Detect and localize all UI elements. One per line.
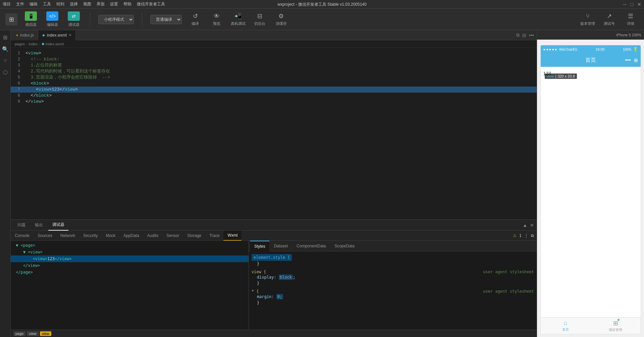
version-button[interactable]: ⑂ 版本管理: [580, 13, 596, 26]
phone-content: 123 view | 320 x 20.8: [541, 67, 641, 317]
phone-container: ●●●●● WeChat4G 19:00 100% 🔋 首页 ••• ⊕ 12: [537, 40, 644, 337]
menu-item-help[interactable]: 帮助: [123, 1, 131, 7]
tab-index-js[interactable]: ● index.js: [12, 30, 38, 40]
warning-icon: ⚠: [513, 233, 517, 238]
nav-tab-mock[interactable]: Mock: [102, 231, 119, 241]
tree-view-close[interactable]: </view>: [11, 262, 249, 269]
menu-bar: 项目 文件 编辑 工具 转到 选择 视图 界面 设置 帮助 微信开发者工具 wx…: [0, 0, 644, 9]
elem-tag-view-active[interactable]: view: [40, 331, 51, 336]
simulator-button[interactable]: 📱 模拟器: [23, 11, 39, 27]
code-line-7: 7 <view>123</view>: [11, 87, 537, 93]
bottom-panel: 问题 输出 调试器 ▲ ✕ Console Sources Network Se…: [11, 220, 537, 337]
nav-tab-sources[interactable]: Sources: [34, 231, 56, 241]
breadcrumb-index[interactable]: index: [29, 42, 38, 46]
preview-button[interactable]: 👁 预览: [209, 13, 225, 26]
logo-button[interactable]: ⊞: [5, 13, 17, 26]
menu-item-edit[interactable]: 编辑: [30, 1, 38, 7]
bottom-tab-debugger[interactable]: 调试器: [48, 220, 68, 231]
elem-tag-page[interactable]: page: [13, 331, 25, 336]
nav-tab-audits[interactable]: Audits: [143, 231, 162, 241]
compile-button[interactable]: ↺ 编译: [187, 12, 203, 26]
real-debug-button[interactable]: 📲 真机调试: [230, 12, 246, 26]
nav-tab-sensor[interactable]: Sensor: [162, 231, 183, 241]
bottom-tab-issues[interactable]: 问题: [13, 220, 30, 231]
split-editor-icon[interactable]: ⧉: [516, 32, 520, 38]
devtools-more-icon[interactable]: ⋮: [524, 233, 528, 238]
close-panel-icon[interactable]: ✕: [530, 223, 534, 228]
menu-item-interface[interactable]: 界面: [97, 1, 105, 7]
nav-tab-storage[interactable]: Storage: [183, 231, 205, 241]
bottom-tab-actions: ▲ ✕: [523, 223, 534, 228]
sidebar-debug-icon[interactable]: ⬡: [2, 68, 9, 77]
maximize-icon[interactable]: □: [631, 2, 633, 7]
separator2: [142, 13, 142, 26]
tab-close-wxml[interactable]: ✕: [69, 33, 71, 37]
devtools-tab-dataset[interactable]: Dataset: [270, 241, 292, 251]
wxml-tree: ▼ <page> ▼ <view> <view>123</view> </vie…: [11, 241, 249, 330]
nav-tab-console[interactable]: Console: [11, 231, 34, 241]
tree-page[interactable]: ▼ <page>: [11, 242, 249, 249]
devtools-tab-scopedata[interactable]: ScopeData: [330, 241, 358, 251]
tree-view-inner[interactable]: <view>123</view>: [11, 255, 249, 262]
compile-select[interactable]: 普通编译: [150, 15, 182, 24]
devtools-tab-componentdata[interactable]: ComponentData: [292, 241, 330, 251]
devtools-nav-right: ⚠ 1 ⋮ ⧉: [513, 233, 537, 238]
sidebar-explorer-icon[interactable]: ⊞: [2, 33, 9, 42]
more-tab-actions-icon[interactable]: •••: [529, 33, 534, 38]
menu-item-devtools[interactable]: 微信开发者工具: [137, 1, 165, 7]
tree-view-outer[interactable]: ▼ <view>: [11, 249, 249, 255]
tab-index-wxml[interactable]: ◆ index.wxml ✕: [38, 30, 76, 40]
bottom-tab-output[interactable]: 输出: [31, 220, 47, 231]
tabbar-home[interactable]: ⌂ 首页: [541, 318, 591, 334]
tabbar-projects[interactable]: ⊞ 项目管理: [591, 318, 641, 334]
breadcrumb-pages[interactable]: pages: [15, 42, 25, 46]
minimize-icon[interactable]: ─: [623, 2, 627, 7]
debugger-button[interactable]: ⇄ 调试器: [66, 11, 82, 27]
view-selector: view {: [252, 270, 266, 274]
expand-panel-icon[interactable]: ▲: [523, 223, 527, 228]
devtools-tabs: Styles Dataset ComponentData ScopeData: [249, 241, 537, 251]
breadcrumb-filename[interactable]: index.wxml: [46, 42, 64, 46]
nav-tab-network[interactable]: Network: [56, 231, 79, 241]
code-line-9: 9 </view>: [11, 99, 537, 105]
switch-background-button[interactable]: ⊟ 切后台: [252, 12, 268, 26]
nav-tab-wxml[interactable]: Wxml: [223, 231, 241, 241]
menu-item-project[interactable]: 项目: [3, 1, 11, 7]
nav-dots-icon: •••: [625, 57, 631, 63]
mode-select[interactable]: 小程序模式: [98, 15, 134, 24]
window-controls: ─ □ ✕: [623, 0, 641, 9]
nav-tab-trace[interactable]: Trace: [205, 231, 223, 241]
menu-item-file[interactable]: 文件: [16, 1, 24, 7]
code-editor[interactable]: 1 <view> 2 <!-- block: 3 1.占位符的标签 4 2.写代…: [11, 48, 537, 220]
menu-item-select[interactable]: 选择: [70, 1, 78, 7]
separator1: [90, 13, 90, 26]
style-rule-star: * { user agent stylesheet margin: 0; }: [252, 289, 534, 306]
close-icon[interactable]: ✕: [637, 2, 641, 7]
tree-page-close[interactable]: </page>: [11, 269, 249, 276]
menu-item-goto[interactable]: 转到: [56, 1, 64, 7]
nav-tab-appdata[interactable]: AppData: [119, 231, 143, 241]
styles-content: element.style { } view { user agent styl…: [249, 251, 537, 330]
battery-display: 100%: [623, 48, 632, 51]
signal-dots: ●●●●●: [543, 47, 558, 51]
editor-button[interactable]: </> 编辑器: [44, 11, 60, 27]
test-button[interactable]: ↗ 测试号: [601, 12, 617, 26]
badge-dot: [618, 319, 620, 321]
devtools-tab-styles[interactable]: Styles: [250, 241, 269, 251]
nav-tab-security[interactable]: Security: [79, 231, 102, 241]
phone-nav-icons: ••• ⊕: [625, 57, 638, 63]
menu-item-view[interactable]: 视图: [83, 1, 91, 7]
devtools-nav: Console Sources Network Security Mock Ap…: [11, 231, 537, 241]
warning-count: 1: [519, 233, 522, 238]
sidebar-search-icon[interactable]: 🔍: [1, 45, 10, 54]
sidebar-git-icon[interactable]: ⑂: [2, 56, 8, 65]
more-button[interactable]: ☰ 详情: [623, 12, 639, 26]
devtools-popout-icon[interactable]: ⧉: [531, 233, 534, 238]
menu-item-settings[interactable]: 设置: [110, 1, 118, 7]
toggle-panel-icon[interactable]: ⊟: [522, 33, 526, 38]
menu-item-tool[interactable]: 工具: [43, 1, 51, 7]
elem-tag-view[interactable]: view: [27, 331, 38, 336]
js-file-icon: ●: [16, 33, 18, 37]
clear-cache-button[interactable]: ⚙ 清缓存: [273, 12, 289, 26]
toolbar-right: ⑂ 版本管理 ↗ 测试号 ☰ 详情: [580, 12, 639, 26]
